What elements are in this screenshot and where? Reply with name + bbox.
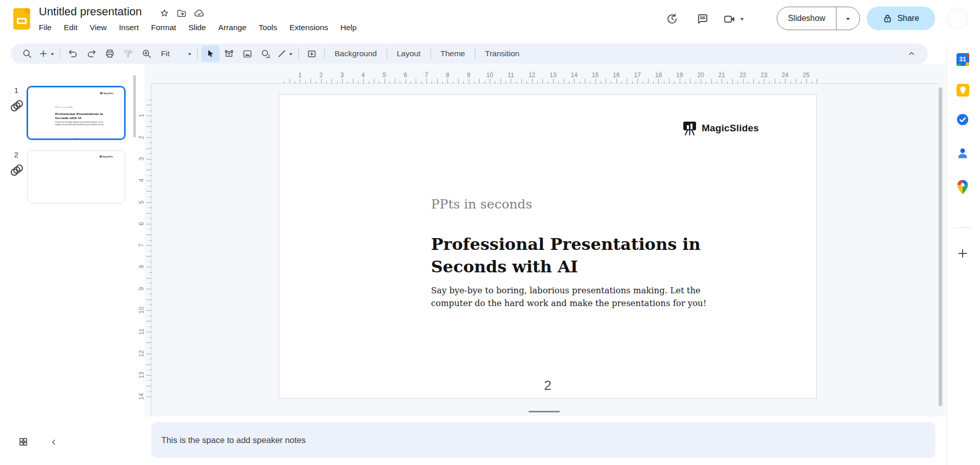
ruler-tick	[147, 148, 151, 149]
layout-button[interactable]: Layout	[391, 46, 427, 61]
insert-image-button[interactable]	[238, 45, 256, 62]
undo-button[interactable]	[64, 45, 82, 62]
contacts-icon[interactable]	[955, 146, 970, 160]
menu-view[interactable]: View	[84, 21, 113, 34]
google-slides-app: Untitled presentation File Edit View Ins…	[0, 0, 980, 465]
menu-edit[interactable]: Edit	[58, 21, 84, 34]
slide-body-text[interactable]: Say bye-bye to boring, laborious present…	[431, 285, 732, 310]
zoom-icon[interactable]	[137, 45, 156, 62]
ruler-tick	[585, 79, 585, 83]
ruler-number: 11	[137, 327, 146, 337]
document-title[interactable]: Untitled presentation	[39, 5, 142, 18]
canvas-scrollbar[interactable]	[939, 87, 942, 406]
slideshow-button[interactable]: Slideshow	[777, 7, 836, 30]
ruler-tick	[147, 245, 151, 246]
move-folder-icon[interactable]	[176, 8, 187, 19]
menu-tools[interactable]: Tools	[253, 21, 283, 34]
menu-slide[interactable]: Slide	[182, 21, 212, 34]
slide-1-transition-indicator-icon[interactable]	[10, 99, 23, 112]
menu-extensions[interactable]: Extensions	[283, 21, 334, 34]
slideshow-split-button: Slideshow	[777, 7, 860, 30]
keep-icon[interactable]	[955, 83, 970, 97]
slides-logo-sheet	[17, 18, 27, 24]
menu-file[interactable]: File	[33, 21, 58, 34]
share-button[interactable]: Share	[867, 7, 935, 30]
ruler-tick	[648, 79, 649, 83]
ruler-tick	[680, 79, 680, 83]
brand-name: MagicSlides	[702, 123, 759, 134]
ruler-number: 2	[137, 132, 146, 143]
search-menus-icon[interactable]	[18, 45, 36, 62]
ruler-tick	[147, 289, 151, 289]
tasks-icon[interactable]	[955, 112, 970, 127]
ruler-number: 4	[362, 72, 365, 79]
ruler-tick	[658, 79, 659, 83]
slides-logo[interactable]	[13, 8, 30, 30]
print-button[interactable]	[101, 45, 119, 62]
slide-kicker-text[interactable]: PPts in seconds	[431, 197, 532, 212]
slide-1-number: 1	[11, 86, 22, 95]
slideshow-options-caret[interactable]	[836, 7, 859, 30]
ruler-tick	[147, 397, 151, 397]
version-history-icon[interactable]	[662, 9, 682, 29]
slide-2-transition-indicator-icon[interactable]	[10, 164, 23, 177]
menu-insert[interactable]: Insert	[113, 21, 145, 34]
ruler-tick	[796, 79, 796, 83]
slide-thumbnail-1[interactable]: MagicSlides PPts in seconds Professional…	[27, 86, 126, 140]
ruler-tick	[147, 126, 151, 127]
filmstrip-scrollbar[interactable]	[133, 75, 136, 137]
ruler-tick	[300, 79, 300, 83]
get-add-ons-icon[interactable]	[955, 246, 970, 261]
select-tool-button[interactable]	[201, 45, 220, 62]
brand-logo[interactable]: MagicSlides	[682, 121, 759, 135]
slide-page-number[interactable]: 2	[279, 378, 816, 393]
user-avatar[interactable]	[947, 8, 968, 29]
slide-canvas[interactable]: MagicSlides PPts in seconds Professional…	[279, 94, 817, 399]
menu-arrange[interactable]: Arrange	[212, 21, 252, 34]
notes-resize-handle[interactable]	[529, 411, 560, 412]
ruler-tick	[147, 354, 151, 354]
menu-help[interactable]: Help	[334, 21, 363, 34]
ruler-number: 12	[137, 348, 146, 359]
zoom-select[interactable]: Fit	[156, 49, 173, 58]
star-icon[interactable]	[159, 8, 170, 18]
ruler-number: 20	[697, 72, 704, 79]
speaker-notes-input[interactable]: This is the space to add speaker notes	[151, 422, 936, 458]
ruler-tick	[606, 79, 606, 83]
new-slide-button[interactable]	[36, 45, 51, 62]
theme-button[interactable]: Theme	[435, 46, 471, 61]
paint-format-button[interactable]	[119, 45, 137, 62]
slide-thumbnail-2[interactable]: MagicSlides	[27, 150, 125, 203]
ruler-tick	[426, 79, 427, 83]
meet-button[interactable]	[723, 13, 745, 26]
zoom-caret-icon[interactable]	[187, 51, 193, 57]
ruler-number: 16	[613, 72, 619, 79]
transition-button[interactable]: Transition	[479, 46, 525, 61]
text-box-tool-button[interactable]	[220, 45, 238, 62]
redo-button[interactable]	[82, 45, 101, 62]
maps-icon[interactable]	[955, 180, 970, 194]
ruler-tick	[627, 79, 627, 83]
ruler-tick	[363, 79, 364, 83]
insert-placeholder-button[interactable]	[302, 45, 321, 62]
collapse-toolbar-icon[interactable]	[903, 45, 920, 62]
ruler-tick	[331, 79, 332, 83]
collapse-filmstrip-icon[interactable]	[50, 438, 58, 446]
ruler-tick	[564, 79, 564, 83]
ruler-tick	[500, 79, 501, 83]
insert-line-button[interactable]	[275, 45, 289, 62]
slide-title-text[interactable]: Professional Presentations in Seconds wi…	[431, 234, 732, 278]
calendar-icon[interactable]: 31	[955, 52, 970, 66]
comments-icon[interactable]	[692, 9, 713, 29]
new-slide-caret-icon[interactable]	[50, 51, 55, 57]
ruler-tick	[147, 278, 151, 278]
ruler-tick	[764, 79, 764, 83]
ruler-number: 4	[137, 175, 146, 185]
menu-format[interactable]: Format	[145, 21, 182, 34]
background-button[interactable]: Background	[328, 46, 383, 61]
cloud-saved-icon[interactable]	[194, 8, 205, 19]
ruler-tick	[732, 79, 733, 83]
grid-view-icon[interactable]	[18, 437, 28, 447]
insert-shape-button[interactable]	[256, 45, 275, 62]
line-caret-icon[interactable]	[288, 51, 294, 57]
